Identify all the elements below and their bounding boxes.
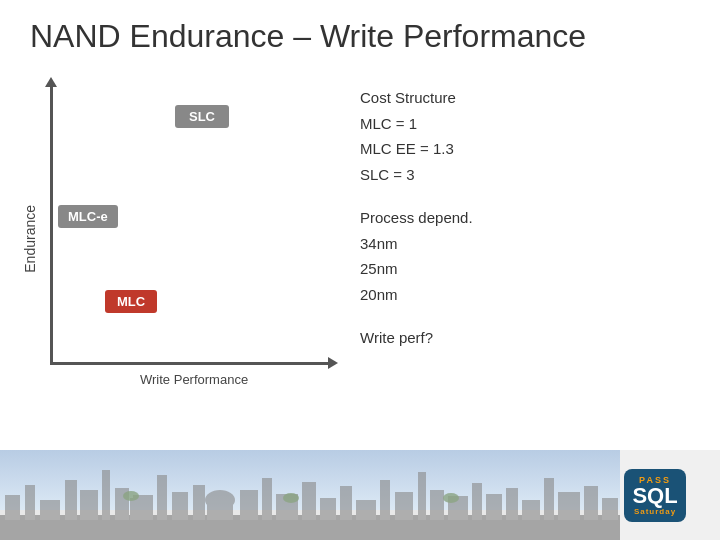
mlc-badge: MLC: [105, 290, 157, 313]
svg-rect-30: [506, 488, 518, 520]
y-axis-label: Endurance: [22, 205, 38, 273]
x-axis: [50, 362, 330, 365]
nm-34: 34nm: [360, 231, 680, 257]
svg-rect-26: [430, 490, 444, 520]
mlc-ee-value: MLC EE = 1.3: [360, 136, 680, 162]
svg-rect-20: [320, 498, 336, 520]
nm-25: 25nm: [360, 256, 680, 282]
write-perf-label: Write perf?: [360, 325, 680, 351]
nm-20: 20nm: [360, 282, 680, 308]
svg-rect-21: [340, 486, 352, 520]
bottom-bar: PASS SQL Saturday: [0, 450, 720, 540]
cost-structure-label: Cost Structure: [360, 85, 680, 111]
mlc-value: MLC = 1: [360, 111, 680, 137]
slc-value: SLC = 3: [360, 162, 680, 188]
main-content: Endurance Write Performance SLC MLC-e ML…: [0, 65, 720, 425]
svg-rect-6: [65, 480, 77, 520]
page-title: NAND Endurance – Write Performance: [0, 0, 720, 65]
svg-rect-4: [25, 485, 35, 520]
svg-rect-8: [102, 470, 110, 520]
svg-point-39: [283, 493, 299, 503]
svg-rect-24: [395, 492, 413, 520]
slc-badge: SLC: [175, 105, 229, 128]
svg-rect-17: [262, 478, 272, 520]
svg-rect-22: [356, 500, 376, 520]
svg-point-41: [443, 493, 459, 503]
svg-rect-34: [584, 486, 598, 520]
svg-rect-31: [522, 500, 540, 520]
svg-rect-36: [130, 498, 133, 520]
svg-rect-19: [302, 482, 316, 520]
svg-rect-3: [5, 495, 20, 520]
sql-saturday-logo: PASS SQL Saturday: [624, 469, 685, 522]
cityscape-svg: [0, 450, 620, 540]
svg-rect-11: [157, 475, 167, 520]
svg-rect-33: [558, 492, 580, 520]
svg-rect-16: [240, 490, 258, 520]
info-panel: Cost Structure MLC = 1 MLC EE = 1.3 SLC …: [340, 75, 700, 425]
svg-point-37: [123, 491, 139, 501]
mlce-badge: MLC-e: [58, 205, 118, 228]
process-label: Process depend.: [360, 205, 680, 231]
logo-saturday-text: Saturday: [634, 507, 676, 516]
x-axis-label: Write Performance: [140, 372, 248, 387]
svg-rect-40: [450, 500, 453, 520]
svg-rect-32: [544, 478, 554, 520]
svg-rect-29: [486, 494, 502, 520]
y-axis: [50, 85, 53, 365]
logo-area: PASS SQL Saturday: [600, 460, 710, 530]
svg-rect-28: [472, 483, 482, 520]
chart-area: Endurance Write Performance SLC MLC-e ML…: [20, 75, 340, 395]
svg-rect-5: [40, 500, 60, 520]
svg-rect-25: [418, 472, 426, 520]
svg-rect-12: [172, 492, 188, 520]
svg-rect-7: [80, 490, 98, 520]
svg-rect-23: [380, 480, 390, 520]
logo-sql-text: SQL: [632, 485, 677, 507]
write-perf-section: Write perf?: [360, 325, 680, 351]
svg-rect-15: [207, 500, 233, 520]
process-section: Process depend. 34nm 25nm 20nm: [360, 205, 680, 307]
cost-structure-section: Cost Structure MLC = 1 MLC EE = 1.3 SLC …: [360, 85, 680, 187]
svg-rect-13: [193, 485, 205, 520]
svg-rect-38: [290, 500, 293, 520]
